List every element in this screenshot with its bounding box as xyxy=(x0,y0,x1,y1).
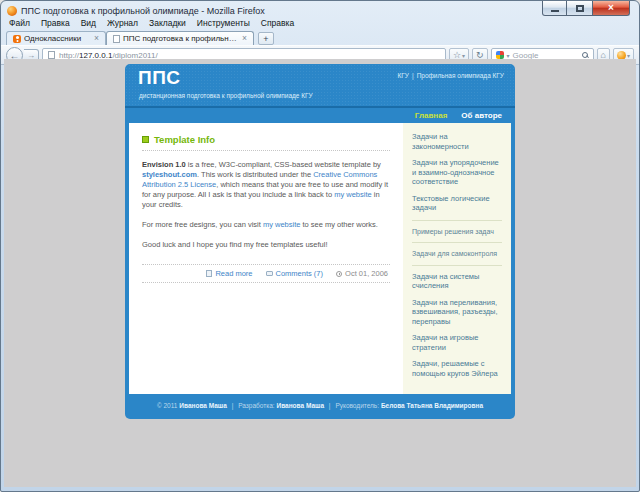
tab-bar: Одноклассники × ППС подготовка к профиль… xyxy=(1,29,639,45)
site-identity-icon xyxy=(48,51,55,59)
clock-icon xyxy=(336,271,342,277)
site-header: ППС дистанционная подготовка к профильно… xyxy=(125,64,515,106)
firefox-icon xyxy=(7,6,17,16)
template-name: Envision 1.0 xyxy=(142,160,186,169)
main-content: Template Info Envision 1.0 is a free, W3… xyxy=(129,123,403,394)
paragraph-text: . This work is distributed under the xyxy=(197,170,313,179)
sidebar-divider xyxy=(412,265,502,266)
chevron-down-icon: ▾ xyxy=(462,52,465,59)
chevron-down-icon: ▾ xyxy=(507,52,510,59)
footer-author: Иванова Маша xyxy=(179,402,227,409)
site-footer: © 2011 Иванова Маша | Разработка: Иванов… xyxy=(125,394,515,419)
close-button[interactable]: × xyxy=(592,1,630,16)
sidebar-item-primery[interactable]: Примеры решения задач xyxy=(412,227,502,237)
menu-help[interactable]: Справка xyxy=(261,18,294,28)
maximize-button[interactable] xyxy=(567,1,592,16)
footer-developer-name: Иванова Маша xyxy=(276,402,324,409)
footer-developer: Разработка: Иванова Маша xyxy=(238,402,324,409)
paragraph-text: For more free designs, you can visit xyxy=(142,220,263,229)
footer-copyright: © 2011 Иванова Маша xyxy=(157,402,227,409)
tab-pps-active[interactable]: ППС подготовка к профильной ол... × xyxy=(106,31,254,45)
link-styleshout[interactable]: styleshout.com xyxy=(142,170,197,179)
post-meta: Read more Comments (7) Oct 01, 2006 xyxy=(142,264,390,283)
menu-bar: Файл Правка Вид Журнал Закладки Инструме… xyxy=(1,18,639,29)
nav-link-about[interactable]: Об авторе xyxy=(461,111,502,120)
read-more-label: Read more xyxy=(215,269,252,278)
tab-close-icon[interactable]: × xyxy=(94,34,99,43)
window-controls: × xyxy=(542,1,630,16)
sidebar-item-krugi-eylera[interactable]: Задачи, решаемые с помощью кругов Эйлера xyxy=(412,359,502,378)
menu-history[interactable]: Журнал xyxy=(107,18,138,28)
link-my-website[interactable]: my website xyxy=(263,220,301,229)
sidebar-item-tekstovye[interactable]: Текстовые логические задачи xyxy=(412,194,502,213)
site-nav: Главная Об авторе xyxy=(125,106,515,123)
footer-separator: | xyxy=(329,402,331,409)
maximize-icon xyxy=(576,5,584,12)
post-date: Oct 01, 2006 xyxy=(336,269,388,278)
menu-bookmarks[interactable]: Закладки xyxy=(149,18,186,28)
tab-label: ППС подготовка к профильной ол... xyxy=(123,34,239,43)
site-body: Template Info Envision 1.0 is a free, W3… xyxy=(125,123,515,394)
footer-separator: | xyxy=(232,402,234,409)
window-title: ППС подготовка к профильной олимпиаде - … xyxy=(21,6,265,16)
post-bullet-icon xyxy=(142,136,149,143)
google-icon xyxy=(496,51,504,59)
post-paragraph: Good luck and I hope you find my free te… xyxy=(142,240,390,250)
header-links: КГУ | Профильная олимпиада КГУ xyxy=(397,72,504,79)
header-link-kgu[interactable]: КГУ xyxy=(397,72,408,79)
sidebar-divider xyxy=(412,242,502,243)
document-icon xyxy=(206,270,212,277)
minimize-button[interactable] xyxy=(542,1,567,16)
browser-window: ППС подготовка к профильной олимпиаде - … xyxy=(0,0,640,492)
footer-text: Руководитель: xyxy=(335,402,381,409)
header-link-olympiad[interactable]: Профильная олимпиада КГУ xyxy=(417,72,504,79)
post-paragraph: Envision 1.0 is a free, W3C-compliant, C… xyxy=(142,160,390,210)
menu-edit[interactable]: Правка xyxy=(41,18,70,28)
sidebar-item-zakonomernosti[interactable]: Задачи на закономерности xyxy=(412,132,502,151)
search-icon[interactable] xyxy=(582,52,589,59)
paragraph-text: to see my other works. xyxy=(300,220,378,229)
minimize-icon xyxy=(551,10,559,12)
menu-view[interactable]: Вид xyxy=(81,18,96,28)
paragraph-text: is a free, W3C-compliant, CSS-based webs… xyxy=(186,160,381,169)
sidebar-item-perelivaniya[interactable]: Задачи на переливания, взвешивания, разъ… xyxy=(412,298,502,327)
tab-label: Одноклассники xyxy=(24,34,91,43)
page-favicon xyxy=(113,35,120,43)
chevron-down-icon: ▾ xyxy=(627,52,630,59)
sidebar-divider xyxy=(412,220,502,221)
comment-bubble-icon xyxy=(266,271,273,276)
new-tab-button[interactable]: + xyxy=(258,32,274,45)
nav-link-home[interactable]: Главная xyxy=(415,111,448,120)
post-title-text: Template Info xyxy=(154,134,215,145)
menu-file[interactable]: Файл xyxy=(9,18,30,28)
header-links-separator: | xyxy=(412,72,414,79)
footer-text: Разработка: xyxy=(238,402,276,409)
menu-tools[interactable]: Инструменты xyxy=(197,18,250,28)
date-label: Oct 01, 2006 xyxy=(345,269,388,278)
sidebar-item-sistemy-schisleniya[interactable]: Задачи на системы счисления xyxy=(412,272,502,291)
post-title: Template Info xyxy=(142,134,390,151)
link-my-website[interactable]: my website xyxy=(334,190,372,199)
site-logo[interactable]: ППС xyxy=(138,67,181,89)
footer-text: © 2011 xyxy=(157,402,179,409)
post-paragraph: For more free designs, you can visit my … xyxy=(142,220,390,230)
page-viewport: ППС дистанционная подготовка к профильно… xyxy=(4,59,636,487)
tab-odnoklassniki[interactable]: Одноклассники × xyxy=(6,31,106,45)
tab-close-icon[interactable]: × xyxy=(242,34,247,43)
read-more-link[interactable]: Read more xyxy=(206,269,252,278)
sidebar-item-samokontrol[interactable]: Задачи для самоконтроля xyxy=(412,249,502,259)
close-icon: × xyxy=(608,3,614,13)
comments-label: Comments (7) xyxy=(276,269,324,278)
sidebar-item-uporyadochenie[interactable]: Задачи на упорядочение и взаимно-однозна… xyxy=(412,158,502,187)
site-container: ППС дистанционная подготовка к профильно… xyxy=(125,64,515,419)
site-tagline: дистанционная подготовка к профильной ол… xyxy=(139,92,313,99)
sidebar-item-igrovye-strategii[interactable]: Задачи на игровые стратегии xyxy=(412,333,502,352)
odnoklassniki-favicon xyxy=(13,35,21,43)
sidebar: Задачи на закономерности Задачи на упоря… xyxy=(403,123,511,394)
comments-link[interactable]: Comments (7) xyxy=(266,269,324,278)
footer-supervisor: Руководитель: Белова Татьяна Владимировн… xyxy=(335,402,483,409)
footer-supervisor-name: Белова Татьяна Владимировна xyxy=(381,402,483,409)
